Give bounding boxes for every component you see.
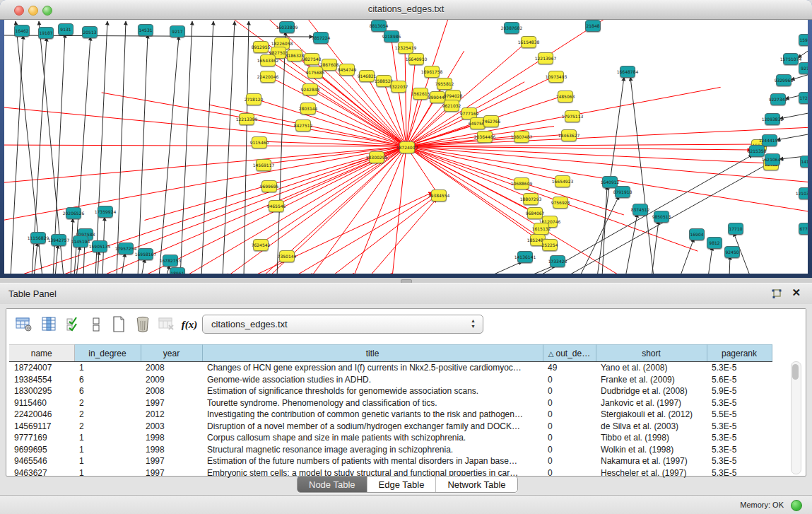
graph-node[interactable]: 9175685 xyxy=(307,66,323,78)
graph-node[interactable]: 12213967 xyxy=(538,52,553,64)
graph-node[interactable]: 9684067 xyxy=(527,207,543,219)
graph-node[interactable]: 7462766 xyxy=(483,115,499,127)
graph-node[interactable]: 12325419 xyxy=(398,42,413,54)
table-scrollbar[interactable] xyxy=(791,361,801,474)
graph-node[interactable]: 9756928 xyxy=(553,197,568,209)
network-canvas[interactable]: 1872400789129551822605898275031654336281… xyxy=(4,20,808,274)
graph-node[interactable]: 9850513 xyxy=(654,211,669,223)
graph-node[interactable]: 1615132 xyxy=(534,223,549,235)
table-scrollbar-thumb[interactable] xyxy=(792,364,799,380)
graph-node[interactable]: 1562615 xyxy=(413,88,428,100)
graph-node[interactable]: 9242848 xyxy=(302,83,318,95)
graph-node[interactable]: 11156829 xyxy=(30,232,46,244)
graph-node[interactable]: 1322037 xyxy=(391,81,406,93)
graph-node[interactable]: 9217 xyxy=(170,25,185,37)
graph-node[interactable]: 10973493 xyxy=(548,71,564,83)
graph-node[interactable]: 67703 xyxy=(799,223,808,235)
column-header-out_de[interactable]: △out_de… xyxy=(543,345,596,362)
graph-node[interactable]: 16033809 xyxy=(279,21,295,33)
graph-node[interactable]: 8813054 xyxy=(371,20,387,32)
graph-node[interactable]: 9329966 xyxy=(776,74,792,86)
graph-node[interactable]: 252254 xyxy=(542,239,558,251)
table-row[interactable]: 977716911998Corpus callosum shape and si… xyxy=(9,432,772,444)
graph-node[interactable]: 10688609 xyxy=(514,177,529,189)
float-panel-icon[interactable] xyxy=(771,288,782,300)
tab-network-table[interactable]: Network Table xyxy=(436,477,517,492)
graph-node[interactable]: 17274 xyxy=(799,92,808,104)
graph-node[interactable]: 16782753 xyxy=(163,255,178,267)
graph-node[interactable]: 14154 xyxy=(800,156,808,168)
graph-node[interactable]: 10807487 xyxy=(514,131,529,143)
graph-node[interactable]: 20513 xyxy=(82,26,98,38)
graph-node[interactable]: 9146821 xyxy=(359,70,375,82)
graph-node[interactable]: 2867608 xyxy=(322,59,337,71)
graph-node[interactable]: 20364486 xyxy=(477,131,493,143)
close-panel-icon[interactable]: ✕ xyxy=(792,286,801,299)
graph-node[interactable]: 13942757 xyxy=(51,234,66,246)
graph-node[interactable]: 7857224 xyxy=(313,32,329,44)
graph-node[interactable]: 14531 xyxy=(138,24,153,36)
table-row[interactable]: 1456911722003Disruption of a novel membe… xyxy=(9,421,772,433)
graph-node[interactable]: 9621032 xyxy=(444,100,459,112)
graph-node[interactable]: 15751074 xyxy=(783,53,799,65)
graph-node[interactable]: 18300295 xyxy=(369,151,384,163)
graph-node[interactable]: 9227343 xyxy=(770,93,786,105)
graph-node[interactable]: 8912955 xyxy=(253,41,269,53)
graph-node[interactable]: 9115460 xyxy=(252,136,267,148)
graph-node[interactable]: 20206526 xyxy=(66,207,81,219)
graph-node[interactable]: 8186328 xyxy=(287,49,302,62)
graph-node[interactable]: 8427512 xyxy=(295,119,311,132)
graph-node[interactable]: 16958167 xyxy=(138,248,153,260)
graph-node[interactable]: 16210643 xyxy=(765,153,780,165)
select-rows-icon[interactable] xyxy=(64,315,83,334)
graph-node[interactable]: 17975113 xyxy=(565,110,580,122)
graph-node[interactable]: 12444158 xyxy=(762,134,777,146)
graph-node[interactable]: 16640910 xyxy=(408,53,424,65)
graph-node[interactable]: 92450 xyxy=(724,246,740,258)
tab-node-table[interactable]: Node Table xyxy=(298,477,367,492)
row-height-icon[interactable] xyxy=(87,315,105,334)
column-header-title[interactable]: title xyxy=(202,345,543,362)
graph-node[interactable]: 12093832 xyxy=(765,113,780,125)
graph-node[interactable]: 7624542 xyxy=(253,239,269,251)
tab-edge-table[interactable]: Edge Table xyxy=(367,477,437,492)
graph-node[interactable]: 9273 xyxy=(799,62,808,74)
function-builder-icon[interactable]: f(x) xyxy=(180,315,199,334)
graph-node[interactable]: 19187 xyxy=(38,27,54,39)
table-select-dropdown[interactable]: citations_edges.txt ▲▼ xyxy=(202,315,483,334)
graph-node[interactable]: 16462 xyxy=(14,25,30,37)
graph-node[interactable]: 7350144 xyxy=(279,250,295,262)
column-header-year[interactable]: year xyxy=(141,345,202,362)
graph-node[interactable]: 9812 xyxy=(707,237,722,249)
column-header-in_degree[interactable]: in_degree xyxy=(74,345,141,362)
table-row[interactable]: 946554611997Estimation of the future num… xyxy=(9,455,772,467)
graph-node[interactable]: 15958 xyxy=(799,34,808,46)
table-row[interactable]: 1830029562008Estimation of significance … xyxy=(9,385,772,397)
graph-node[interactable]: 18724007 xyxy=(399,141,415,153)
graph-node[interactable]: 17710 xyxy=(728,223,743,235)
graph-node[interactable]: 2718120 xyxy=(246,93,261,105)
table-row[interactable]: 1872400712008Changes of HCN gene express… xyxy=(9,362,772,374)
delete-column-icon[interactable] xyxy=(158,315,176,334)
graph-node[interactable]: 8215358 xyxy=(749,145,765,157)
table-settings-icon[interactable] xyxy=(15,315,33,334)
table-row[interactable]: 911546021997Tourette syndrome. Phenomeno… xyxy=(9,397,772,409)
graph-node[interactable]: 12213389 xyxy=(239,113,254,125)
graph-node[interactable]: 1733426 xyxy=(550,255,565,267)
column-header-short[interactable]: short xyxy=(596,345,707,362)
table-row[interactable]: 969969511998Structural magnetic resonanc… xyxy=(9,444,772,456)
graph-node[interactable]: 7485063 xyxy=(558,90,573,103)
graph-node[interactable]: 18807293 xyxy=(523,193,539,205)
column-header-pagerank[interactable]: pagerank xyxy=(707,345,772,362)
graph-node[interactable]: 7955812 xyxy=(437,78,452,90)
new-table-icon[interactable] xyxy=(110,315,128,334)
graph-node[interactable]: 15905135 xyxy=(92,240,107,252)
column-header-name[interactable]: name xyxy=(9,345,74,362)
graph-node[interactable]: 9131 xyxy=(58,23,73,35)
graph-node[interactable]: 16154838 xyxy=(521,36,536,48)
graph-node[interactable]: 2803144 xyxy=(300,103,316,115)
graph-node[interactable]: 14569117 xyxy=(256,159,271,171)
graph-node[interactable]: 19384554 xyxy=(431,189,447,201)
graph-node[interactable]: 17957254 xyxy=(118,243,134,255)
delete-table-icon[interactable] xyxy=(134,315,152,334)
